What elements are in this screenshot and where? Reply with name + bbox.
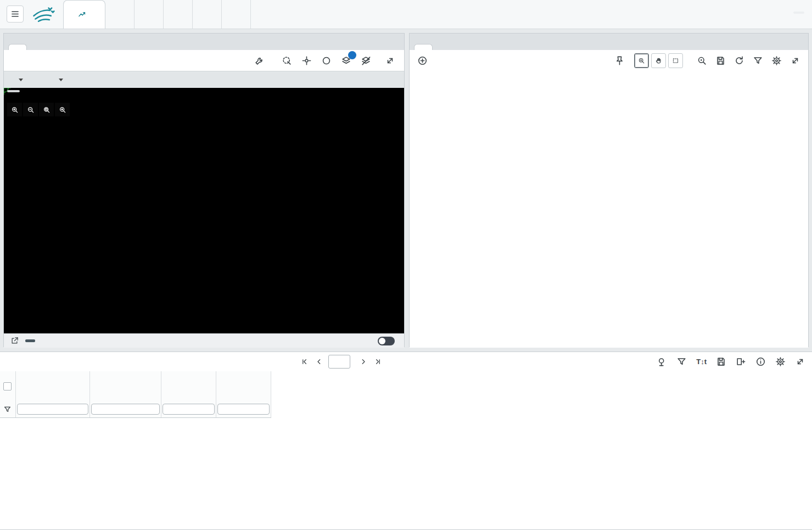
prev-page-icon [315,358,323,366]
region-select-button[interactable] [281,54,293,67]
tab-dp1-images[interactable] [135,0,164,29]
next-page-button[interactable] [358,356,368,367]
zoom-original-icon [697,55,707,66]
filter-icon[interactable] [3,405,12,414]
settings-icon [771,55,782,66]
zoom-in-button[interactable] [7,103,22,116]
circle-select-icon [321,55,332,66]
tab-job-monitor[interactable] [222,0,251,29]
filter-input-coord_dec[interactable] [17,404,88,415]
tab-details[interactable] [434,44,451,50]
tab-results[interactable] [63,0,105,29]
center-on-row-button[interactable] [656,355,668,368]
save-icon [715,55,726,66]
filter-table-button[interactable] [675,355,688,368]
layers-count-badge [348,51,356,59]
scatter-plot-canvas[interactable] [410,71,808,348]
filter-icon [753,55,763,66]
chart-pan-mode-button[interactable] [651,53,666,68]
data-table [0,371,812,418]
expand-icon [795,356,805,367]
save-table-button[interactable] [715,355,727,368]
filter-input-coord_ra[interactable] [91,404,160,415]
column-header-r_cModelMag[interactable] [216,371,271,401]
expand-icon [385,55,395,66]
expand-chart-button[interactable] [789,54,802,67]
zoom-out-icon [27,106,35,114]
logout-button[interactable] [793,12,804,14]
menu-button[interactable] [7,5,24,23]
pin-chart-button[interactable] [613,54,626,67]
column-header-coord_dec[interactable] [15,371,89,401]
expand-icon [790,55,800,66]
layers-off-button[interactable] [360,54,372,67]
chart-settings-button[interactable] [770,54,783,67]
popout-button[interactable] [9,336,20,346]
filter-input-g_cModelMag[interactable] [163,404,215,415]
select-all-checkbox[interactable] [3,382,12,390]
menu-icon [10,9,20,19]
chevron-down-icon [19,79,23,81]
table-panel: T↕t [0,352,812,530]
zoom-original-button[interactable] [696,54,708,67]
save-chart-button[interactable] [714,54,727,67]
layers-off-icon [361,55,371,66]
recenter-icon [301,55,312,66]
chart-mode-group [634,53,683,68]
results-chart-icon [78,10,86,19]
coverage-statusbar [4,333,404,348]
circle-select-button[interactable] [320,54,333,67]
tab-coverage[interactable] [8,44,27,50]
filter-toggle-cell [0,401,15,418]
filter-chart-button[interactable] [752,54,764,67]
sky-zoom-controls [7,103,70,116]
expand-coverage-button[interactable] [384,54,396,67]
chart-select-mode-button[interactable] [668,53,683,68]
nav-tabs [63,0,251,29]
table-legend-color-swatch [7,359,13,365]
tab-dp1-catalogs[interactable] [164,0,193,29]
first-page-button[interactable] [300,356,310,367]
tab-active-chart[interactable] [414,44,433,50]
coverage-tabstrip [4,34,404,50]
zoom-fill-button[interactable] [55,103,70,116]
top-nav [0,0,812,29]
close-table-button[interactable] [22,361,29,362]
zoom-fill-icon [59,106,66,114]
text-view-button[interactable]: T↕t [695,356,708,367]
filter-input-r_cModelMag[interactable] [217,404,270,415]
last-page-button[interactable] [372,356,383,367]
click-lock-toggle[interactable] [378,337,395,345]
table-toolbar: T↕t [656,352,807,371]
add-chart-button[interactable] [416,54,429,67]
table-scroll-area[interactable] [0,371,812,529]
restore-chart-button[interactable] [733,54,746,67]
coordinate-system-dropdown[interactable] [52,78,66,82]
expand-table-button[interactable] [794,355,807,368]
plus-circle-icon [417,55,428,66]
tab-upload[interactable] [193,0,222,29]
column-header-g_cModelMag[interactable] [161,371,216,401]
text-options-icon: T↕t [696,358,707,366]
zoom-in-icon [638,57,645,65]
zoom-out-button[interactable] [23,103,38,116]
hips-moc-dropdown[interactable] [12,78,26,82]
rubin-science-platform-app: T↕t [0,0,812,530]
table-settings-button[interactable] [774,355,787,368]
tools-icon [254,55,265,66]
chart-zoom-mode-button[interactable] [634,53,649,68]
column-header-coord_ra[interactable] [89,371,161,401]
chart-toolbar [410,50,808,71]
last-page-icon [373,358,382,366]
zoom-fit-button[interactable] [39,103,54,116]
recenter-button[interactable] [300,54,313,67]
layers-button[interactable] [340,54,352,67]
center-on-row-icon [657,356,667,367]
prev-page-button[interactable] [314,356,324,367]
page-number-input[interactable] [328,355,350,369]
add-column-button[interactable] [735,355,747,368]
zoom-in-icon [11,106,19,114]
table-info-button[interactable] [754,355,767,368]
tab-rubin-hips-search[interactable] [105,0,135,29]
tools-button[interactable] [253,54,266,67]
